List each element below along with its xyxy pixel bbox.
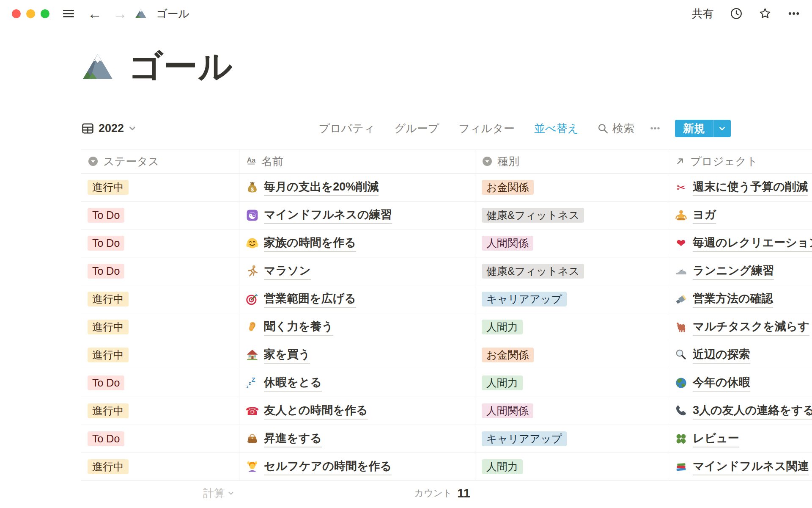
favorite-star-icon[interactable] — [759, 7, 771, 20]
cell-project[interactable]: マインドフルネス関連 — [668, 453, 812, 480]
cell-type[interactable]: 人間関係 — [475, 397, 668, 425]
column-header-type[interactable]: 種別 — [475, 149, 668, 173]
cell-project[interactable]: ランニング練習 — [668, 257, 812, 285]
properties-menu-item[interactable]: プロパティ — [318, 121, 375, 136]
cell-name[interactable]: 営業範囲を広げる — [239, 285, 475, 313]
cell-project[interactable]: 今年の休暇 — [668, 369, 812, 397]
table-row: 進行中セルフケアの時間を作る人間力マインドフルネス関連 — [81, 453, 812, 481]
footer-count[interactable]: カウント 11 — [239, 481, 475, 505]
toolbar-more-icon[interactable] — [650, 123, 661, 134]
relation-link[interactable]: マルチタスクを減らす — [693, 319, 809, 336]
footer-calc[interactable]: 計算 — [81, 481, 239, 505]
sort-menu-item[interactable]: 並べ替え — [534, 121, 579, 136]
cell-status[interactable]: 進行中 — [81, 397, 239, 425]
cell-project[interactable]: 近辺の探索 — [668, 341, 812, 369]
cell-name[interactable]: マラソン — [239, 257, 475, 285]
cell-status[interactable]: 進行中 — [81, 174, 239, 201]
cell-type[interactable]: お金関係 — [475, 341, 668, 369]
back-arrow-icon[interactable]: ← — [88, 7, 102, 20]
forward-arrow-icon[interactable]: → — [113, 7, 127, 20]
view-switcher[interactable]: 2022 — [81, 122, 137, 135]
page-link[interactable]: 毎月の支出を20%削減 — [264, 179, 379, 196]
search-control[interactable]: 検索 — [597, 121, 634, 136]
cell-status[interactable]: 進行中 — [81, 341, 239, 369]
relation-link[interactable]: 毎週のレクリエーション — [693, 235, 812, 252]
filter-menu-item[interactable]: フィルター — [458, 121, 514, 136]
cell-type[interactable]: 人間力 — [475, 453, 668, 480]
cell-status[interactable]: 進行中 — [81, 285, 239, 313]
cell-status[interactable]: To Do — [81, 425, 239, 453]
relation-link[interactable]: 週末に使う予算の削減 — [693, 179, 808, 196]
relation-link[interactable]: 3人の友人の連絡をする — [693, 403, 812, 420]
sidebar-menu-icon[interactable] — [62, 7, 75, 20]
zoom-button[interactable] — [41, 9, 49, 18]
page-link[interactable]: 家を買う — [264, 347, 310, 364]
cell-project[interactable]: ✂週末に使う予算の削減 — [668, 174, 812, 201]
table-view-icon — [81, 122, 94, 135]
page-link[interactable]: マラソン — [264, 263, 311, 280]
page-link[interactable]: 営業範囲を広げる — [264, 291, 356, 308]
cell-type[interactable]: 健康&フィットネス — [475, 257, 668, 285]
new-button-label[interactable]: 新規 — [675, 120, 713, 137]
new-button-dropdown[interactable] — [713, 120, 731, 137]
page-link[interactable]: 聞く力を養う — [264, 319, 333, 336]
cell-name[interactable]: セルフケアの時間を作る — [239, 453, 475, 480]
cell-name[interactable]: 聞く力を養う — [239, 313, 475, 341]
cell-project[interactable]: レビュー — [668, 425, 812, 453]
cell-name[interactable]: 昇進をする — [239, 425, 475, 453]
cell-status[interactable]: 進行中 — [81, 453, 239, 480]
page-title[interactable]: ゴール — [129, 44, 233, 90]
relation-link[interactable]: マインドフルネス関連 — [693, 458, 809, 475]
page-link[interactable]: 家族の時間を作る — [264, 235, 356, 252]
svg-text:☎: ☎ — [246, 405, 259, 417]
updates-clock-icon[interactable] — [730, 7, 743, 20]
relation-link[interactable]: 今年の休暇 — [693, 375, 750, 392]
cell-type[interactable]: キャリアアップ — [475, 425, 668, 453]
cell-project[interactable]: ヨガ — [668, 202, 812, 229]
cell-type[interactable]: 人間力 — [475, 369, 668, 397]
cell-name[interactable]: Zzz休暇をとる — [239, 369, 475, 397]
cell-name[interactable]: ☯マインドフルネスの練習 — [239, 202, 475, 229]
relation-link[interactable]: ランニング練習 — [693, 263, 774, 280]
cell-project[interactable]: 3人の友人の連絡をする — [668, 397, 812, 425]
cell-name[interactable]: ☎友人との時間を作る — [239, 397, 475, 425]
column-header-status[interactable]: ステータス — [81, 149, 239, 173]
column-header-name[interactable]: Aa 名前 — [239, 149, 475, 173]
page-link[interactable]: 友人との時間を作る — [264, 403, 368, 420]
column-header-project[interactable]: プロジェクト — [668, 149, 812, 173]
page-link[interactable]: マインドフルネスの練習 — [264, 207, 392, 224]
cell-type[interactable]: 健康&フィットネス — [475, 202, 668, 229]
group-menu-item[interactable]: グループ — [395, 121, 439, 136]
relation-link[interactable]: レビュー — [693, 431, 739, 447]
relation-link[interactable]: 営業方法の確認 — [693, 291, 773, 308]
cell-status[interactable]: To Do — [81, 369, 239, 397]
cell-type[interactable]: キャリアアップ — [475, 285, 668, 313]
table-row: To DoZzz休暇をとる人間力今年の休暇 — [81, 369, 812, 397]
new-button[interactable]: 新規 — [675, 120, 731, 137]
cell-name[interactable]: 家族の時間を作る — [239, 229, 475, 257]
cell-project[interactable]: 営業方法の確認 — [668, 285, 812, 313]
breadcrumb[interactable]: ゴール — [135, 6, 189, 21]
cell-type[interactable]: お金関係 — [475, 174, 668, 201]
page-link[interactable]: セルフケアの時間を作る — [264, 458, 392, 475]
relation-link[interactable]: ヨガ — [693, 207, 716, 224]
page-link[interactable]: 休暇をとる — [264, 375, 322, 392]
mountain-icon[interactable] — [81, 50, 114, 83]
cell-name[interactable]: 家を買う — [239, 341, 475, 369]
page-link[interactable]: 昇進をする — [264, 431, 322, 447]
minimize-button[interactable] — [26, 9, 35, 18]
relation-link[interactable]: 近辺の探索 — [693, 347, 750, 364]
cell-type[interactable]: 人間力 — [475, 313, 668, 341]
cell-status[interactable]: To Do — [81, 229, 239, 257]
books-icon — [675, 460, 688, 473]
cell-status[interactable]: 進行中 — [81, 313, 239, 341]
cell-status[interactable]: To Do — [81, 202, 239, 229]
cell-project[interactable]: マルチタスクを減らす — [668, 313, 812, 341]
cell-type[interactable]: 人間関係 — [475, 229, 668, 257]
close-button[interactable] — [12, 9, 21, 18]
cell-name[interactable]: $毎月の支出を20%削減 — [239, 174, 475, 201]
share-button[interactable]: 共有 — [692, 6, 714, 21]
more-options-icon[interactable] — [787, 7, 800, 20]
cell-project[interactable]: ❤毎週のレクリエーション — [668, 229, 812, 257]
cell-status[interactable]: To Do — [81, 257, 239, 285]
